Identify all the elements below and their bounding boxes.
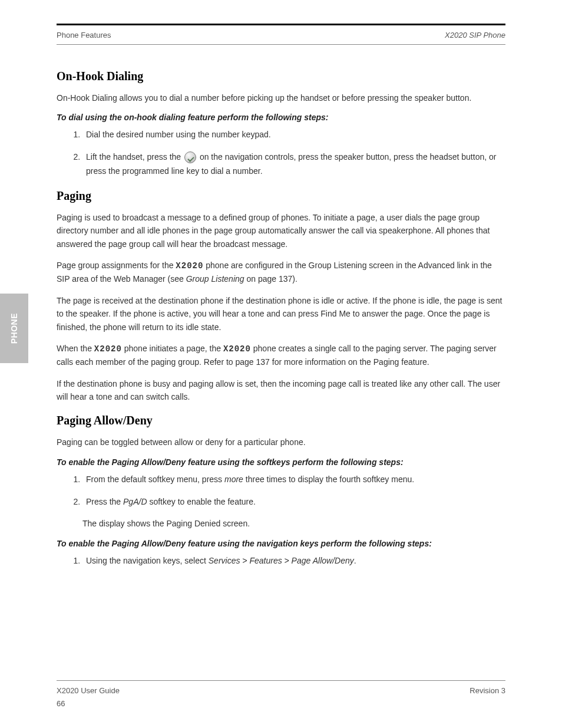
footer-right: Revision 3: [470, 686, 505, 695]
pad-proc1: To enable the Paging Allow/Deny feature …: [57, 457, 505, 467]
on-hook-step1: Dial the desired number using the number…: [82, 128, 505, 142]
pad-step2: Press the PgA/D softkey to enable the fe…: [82, 495, 505, 509]
paging-p4: When the X2020 phone initiates a page, t…: [57, 342, 505, 369]
pad-step-nav: Using the navigation keys, select Servic…: [82, 554, 505, 568]
paging-p2: Page group assignments for the X2020 pho…: [57, 259, 505, 286]
header-left: Phone Features: [57, 31, 111, 39]
paging-p1: Paging is used to broadcast a message to…: [57, 211, 505, 251]
section-paging-allow-deny: Paging Allow/Deny: [57, 414, 505, 427]
section-paging: Paging: [57, 189, 505, 203]
pad-result: The display shows the Paging Denied scre…: [82, 517, 505, 530]
header-right: X2020 SIP Phone: [445, 31, 505, 39]
thin-rule: [57, 44, 505, 45]
top-rule: [57, 24, 505, 25]
side-tab: PHONE: [0, 294, 28, 363]
page-number: 66: [57, 699, 65, 708]
footer-left2: X2020 User Guide: [57, 686, 120, 695]
on-hook-intro: On-Hook Dialing allows you to dial a num…: [57, 91, 505, 104]
pad-proc2: To enable the Paging Allow/Deny feature …: [57, 539, 505, 548]
side-tab-label: PHONE: [9, 313, 19, 344]
section-on-hook: On-Hook Dialing: [57, 70, 505, 83]
pad-intro: Paging can be toggled between allow or d…: [57, 436, 505, 449]
footer-rule: [57, 680, 505, 681]
ok-icon: [184, 151, 196, 163]
on-hook-step2: Lift the handset, press the on the navig…: [82, 150, 505, 179]
paging-p5: If the destination phone is busy and pag…: [57, 377, 505, 404]
paging-p3: The page is received at the destination …: [57, 294, 505, 334]
pad-step1: From the default softkey menu, press mor…: [82, 473, 505, 487]
on-hook-proc: To dial using the on-hook dialing featur…: [57, 113, 505, 122]
